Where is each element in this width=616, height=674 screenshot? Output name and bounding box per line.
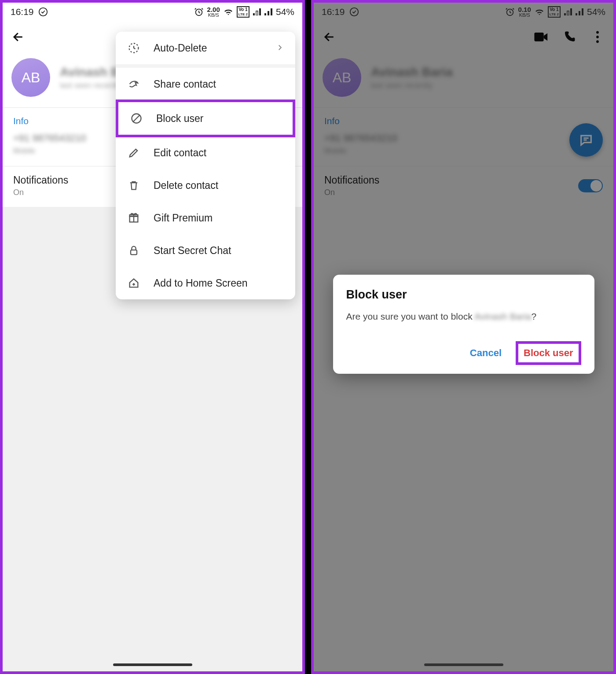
- info-phone[interactable]: +91 9876543210: [324, 133, 603, 144]
- menu-auto-delete[interactable]: Auto-Delete: [116, 32, 295, 64]
- notifications-row[interactable]: Notifications On: [314, 166, 613, 207]
- profile-header: AB Avinash Baria last seen recently: [314, 53, 613, 107]
- toolbar: [314, 21, 613, 53]
- back-button[interactable]: [322, 29, 337, 45]
- pencil-icon: [127, 146, 140, 159]
- video-call-button[interactable]: [533, 29, 549, 45]
- avatar[interactable]: AB: [323, 58, 361, 97]
- trash-icon: [127, 179, 140, 192]
- profile-name: Avinash Baria: [371, 65, 453, 79]
- status-time: 16:19: [11, 7, 34, 17]
- share-icon: [127, 77, 140, 91]
- svg-point-11: [596, 41, 599, 43]
- notifications-value: On: [324, 188, 379, 197]
- menu-label: Start Secret Chat: [154, 245, 231, 257]
- phone-left: 16:19 2.00KB/S Vo 1LTE 2 54%: [0, 0, 305, 674]
- svg-point-6: [350, 8, 358, 16]
- lock-icon: [127, 244, 140, 257]
- phone-right: 16:19 0.10KB/S Vo 1LTE 2 54%: [311, 0, 616, 674]
- signal-icon-1: [564, 8, 572, 15]
- wifi-icon: [224, 8, 233, 16]
- signal-icon-1: [253, 8, 261, 15]
- lte-badge: Vo 1LTE 2: [548, 6, 561, 18]
- svg-point-9: [596, 31, 599, 34]
- menu-edit-contact[interactable]: Edit contact: [116, 136, 295, 169]
- info-title: Info: [324, 116, 603, 126]
- menu-home-screen[interactable]: Add to Home Screen: [116, 267, 295, 299]
- block-user-dialog: Block user Are you sure you want to bloc…: [333, 275, 594, 374]
- gift-icon: [127, 211, 140, 225]
- menu-block-user[interactable]: Block user: [116, 99, 295, 137]
- lte-badge: Vo 1LTE 2: [237, 6, 249, 18]
- block-icon: [130, 112, 143, 125]
- cancel-button[interactable]: Cancel: [462, 341, 510, 365]
- timer-icon: [127, 41, 140, 55]
- status-bar: 16:19 0.10KB/S Vo 1LTE 2 54%: [314, 3, 613, 21]
- context-menu: Auto-Delete Share contact Block user Edi…: [116, 32, 295, 299]
- menu-gift-premium[interactable]: Gift Premium: [116, 202, 295, 234]
- menu-label: Share contact: [154, 78, 216, 90]
- menu-separator: [116, 64, 295, 68]
- svg-point-10: [596, 36, 599, 38]
- info-label: Mobile: [324, 147, 603, 155]
- notifications-value: On: [13, 188, 68, 197]
- checkmark-circle-icon: [349, 7, 359, 17]
- alarm-icon: [505, 7, 515, 17]
- svg-rect-8: [534, 33, 543, 41]
- signal-icon-2: [576, 8, 583, 15]
- alarm-icon: [194, 7, 204, 17]
- menu-delete-contact[interactable]: Delete contact: [116, 169, 295, 202]
- nav-pill: [113, 663, 192, 666]
- wifi-icon: [535, 8, 544, 16]
- menu-label: Edit contact: [154, 147, 206, 159]
- notifications-toggle[interactable]: [578, 179, 603, 192]
- svg-rect-5: [131, 250, 137, 255]
- home-plus-icon: [127, 276, 140, 290]
- voice-call-button[interactable]: [561, 29, 577, 45]
- notifications-title: Notifications: [13, 174, 68, 186]
- avatar[interactable]: AB: [11, 58, 50, 97]
- signal-icon-2: [264, 8, 272, 15]
- notifications-title: Notifications: [324, 174, 379, 186]
- back-button[interactable]: [11, 29, 26, 45]
- profile-status: last seen recently: [371, 81, 453, 90]
- menu-label: Add to Home Screen: [154, 277, 248, 289]
- data-speed: 2.00KB/S: [207, 6, 220, 18]
- more-options-button[interactable]: [590, 29, 605, 45]
- checkmark-circle-icon: [38, 7, 48, 17]
- menu-label: Gift Premium: [154, 212, 213, 224]
- menu-label: Delete contact: [154, 180, 218, 192]
- chat-fab[interactable]: [569, 123, 603, 157]
- menu-secret-chat[interactable]: Start Secret Chat: [116, 234, 295, 267]
- block-user-button[interactable]: Block user: [516, 341, 581, 365]
- menu-label: Auto-Delete: [154, 42, 207, 54]
- nav-pill: [424, 663, 503, 666]
- menu-share-contact[interactable]: Share contact: [116, 68, 295, 100]
- status-time: 16:19: [322, 7, 345, 17]
- dialog-message: Are you sure you want to block Avinash B…: [346, 309, 581, 324]
- status-battery: 54%: [276, 7, 294, 17]
- data-speed: 0.10KB/S: [518, 6, 531, 18]
- menu-label: Block user: [156, 113, 203, 125]
- status-battery: 54%: [587, 7, 605, 17]
- info-section: Info +91 9876543210 Mobile: [314, 108, 613, 166]
- dialog-title: Block user: [346, 288, 581, 302]
- status-bar: 16:19 2.00KB/S Vo 1LTE 2 54%: [3, 3, 302, 21]
- chevron-right-icon: [276, 42, 284, 54]
- svg-point-0: [39, 8, 47, 16]
